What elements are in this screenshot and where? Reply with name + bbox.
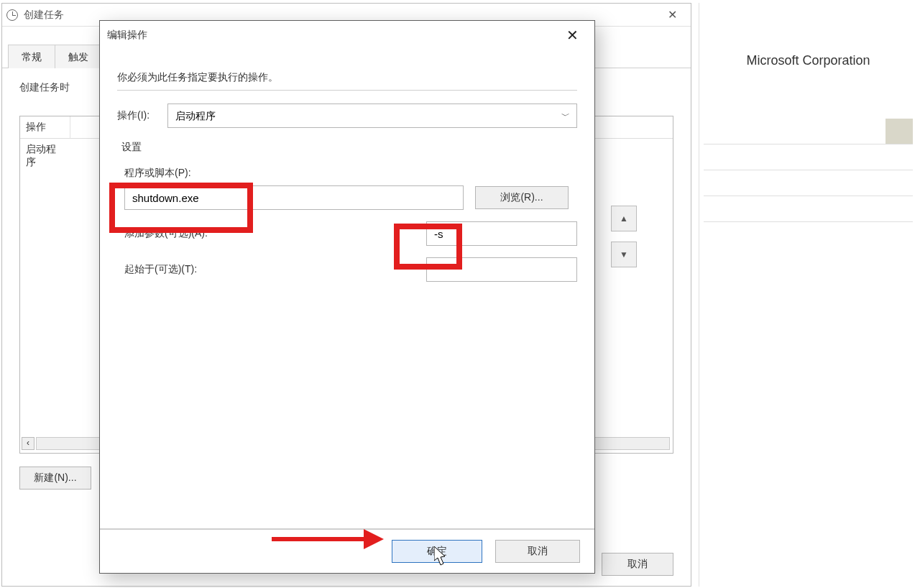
modal-body: 你必须为此任务指定要执行的操作。 操作(I): 启动程序 ﹀ 设置 程序或脚本(…	[100, 50, 594, 521]
parent-footer: 取消	[602, 553, 673, 576]
edit-action-dialog: 编辑操作 ✕ 你必须为此任务指定要执行的操作。 操作(I): 启动程序 ﹀ 设置…	[99, 20, 595, 574]
tab-trigger[interactable]: 触发	[55, 45, 102, 68]
modal-footer: 确定 取消	[100, 529, 594, 573]
close-icon[interactable]: ✕	[557, 24, 587, 46]
cell-action: 启动程序	[20, 139, 70, 173]
right-side-panel: Microsoft Corporation	[699, 3, 917, 587]
close-icon[interactable]: ✕	[658, 5, 686, 25]
action-select-wrap: 启动程序 ﹀	[167, 104, 577, 128]
parent-cancel-button[interactable]: 取消	[602, 553, 673, 576]
new-button[interactable]: 新建(N)...	[19, 467, 91, 490]
arguments-field[interactable]	[426, 221, 577, 246]
divider	[117, 90, 577, 91]
action-row: 操作(I): 启动程序 ﹀	[117, 104, 577, 128]
right-list	[699, 119, 917, 222]
tab-general[interactable]: 常规	[8, 45, 55, 68]
startin-field[interactable]	[426, 257, 577, 282]
move-down-button[interactable]: ▼	[611, 242, 637, 267]
scroll-left-button[interactable]: ‹	[22, 437, 34, 450]
list-item	[704, 119, 913, 144]
modal-title: 编辑操作	[107, 29, 147, 42]
brand-label: Microsoft Corporation	[699, 3, 917, 75]
list-item	[704, 196, 913, 222]
modal-titlebar: 编辑操作 ✕	[100, 21, 594, 50]
action-select[interactable]: 启动程序	[167, 104, 577, 128]
list-item	[704, 144, 913, 170]
move-up-button[interactable]: ▲	[611, 206, 637, 231]
cancel-button[interactable]: 取消	[495, 540, 580, 563]
program-label: 程序或脚本(P):	[124, 167, 232, 180]
modal-description: 你必须为此任务指定要执行的操作。	[117, 71, 577, 84]
program-field[interactable]	[124, 185, 464, 210]
browse-button[interactable]: 浏览(R)...	[475, 186, 569, 209]
reorder-buttons: ▲ ▼	[611, 206, 637, 267]
ok-button[interactable]: 确定	[392, 540, 482, 563]
action-label: 操作(I):	[117, 109, 159, 122]
clock-icon	[6, 9, 18, 21]
list-item	[704, 170, 913, 196]
parent-title: 创建任务	[24, 9, 64, 22]
startin-label: 起始于(可选)(T):	[124, 263, 197, 276]
arguments-label: 添加参数(可选)(A):	[124, 227, 208, 240]
col-action: 操作	[20, 116, 70, 138]
group-settings-label: 设置	[121, 141, 577, 154]
